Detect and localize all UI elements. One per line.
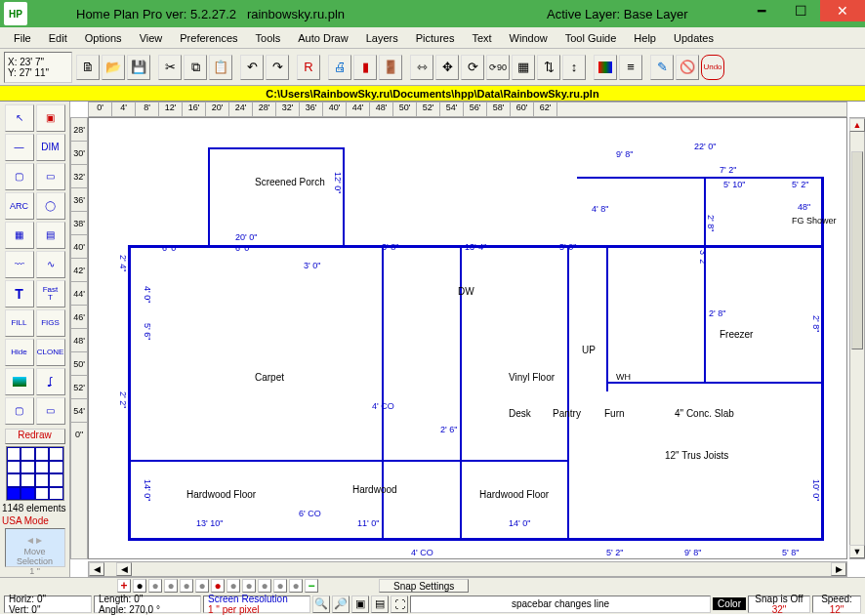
new-file-button[interactable]: 🗎 xyxy=(76,55,100,80)
minimize-button[interactable]: ━ xyxy=(742,0,781,21)
rect-solid-tool[interactable]: ▢ xyxy=(5,163,34,190)
layer-7[interactable]: ● xyxy=(227,579,240,593)
menu-toolguide[interactable]: Tool Guide xyxy=(557,30,625,46)
zoom-fit-button[interactable]: ▣ xyxy=(351,595,369,613)
ruler-horizontal[interactable]: 0'4'8'12'16'20'24'28'32'36'40'44'48'50'5… xyxy=(88,102,847,117)
layer-4[interactable]: ● xyxy=(180,579,193,593)
layer-plus[interactable]: + xyxy=(117,579,131,593)
color-bars-button[interactable] xyxy=(594,55,617,80)
menu-text[interactable]: Text xyxy=(464,30,499,46)
copy-button[interactable]: ⧉ xyxy=(184,55,207,80)
pointer-tool[interactable]: ↖ xyxy=(5,104,34,132)
color-button[interactable]: Color xyxy=(713,597,746,610)
redo-button[interactable]: ↷ xyxy=(266,55,289,80)
curve-tool[interactable]: 〰 xyxy=(5,251,34,278)
floorplan-canvas[interactable]: Screened Porch Carpet Vinyl Floor Desk P… xyxy=(88,117,847,559)
menu-file[interactable]: File xyxy=(6,30,39,46)
layer-10[interactable]: ● xyxy=(273,579,287,593)
cut-button[interactable]: ✂ xyxy=(158,55,182,80)
menu-updates[interactable]: Updates xyxy=(666,30,721,46)
open-file-button[interactable]: 📂 xyxy=(102,55,125,80)
maximize-button[interactable]: ☐ xyxy=(781,0,820,21)
layer-9[interactable]: ● xyxy=(258,579,271,593)
snap-status[interactable]: Snap is Off32" xyxy=(748,595,810,613)
rect4-tool[interactable]: ▭ xyxy=(36,397,65,425)
menu-layers[interactable]: Layers xyxy=(358,30,406,46)
zoom-out-button[interactable]: 🔎 xyxy=(332,595,350,613)
hide-tool[interactable]: Hide xyxy=(5,339,34,366)
layer-2[interactable]: ● xyxy=(148,579,162,593)
menu-edit[interactable]: Edit xyxy=(41,30,75,46)
hatch-pattern-grid[interactable] xyxy=(6,446,64,501)
zoom-window-button[interactable]: ▤ xyxy=(371,595,389,613)
menu-view[interactable]: View xyxy=(132,30,171,46)
ruler-vertical[interactable]: 28'30'32'36'38'40'42'44'46'48'50'52'54' … xyxy=(70,117,88,559)
menu-autodraw[interactable]: Auto Draw xyxy=(290,30,355,46)
arc-tool[interactable]: ARC xyxy=(5,192,34,220)
layers-red-button[interactable]: ▮ xyxy=(353,55,377,80)
rotate-button[interactable]: ⟳ xyxy=(461,55,484,80)
layer-8[interactable]: ● xyxy=(242,579,256,593)
gradient-tool[interactable] xyxy=(5,368,34,395)
zoom-extents-button[interactable]: ⛶ xyxy=(391,595,408,613)
clipboard-r-button[interactable]: R xyxy=(297,55,320,80)
menu-window[interactable]: Window xyxy=(502,30,556,46)
menu-tools[interactable]: Tools xyxy=(248,30,289,46)
paste-button[interactable]: 📋 xyxy=(209,55,232,80)
list-button[interactable]: ≡ xyxy=(619,55,642,80)
close-button[interactable]: ✕ xyxy=(820,0,865,21)
figs-tool[interactable]: FIGS xyxy=(36,309,65,337)
print-button[interactable]: 🖨 xyxy=(328,55,351,80)
scroll-right-button[interactable]: ▶ xyxy=(831,562,846,576)
layer-5[interactable]: ● xyxy=(195,579,209,593)
snap-toggle-button[interactable]: ▦ xyxy=(512,55,535,80)
scrollbar-horizontal[interactable]: ◀ ◀ ▶ xyxy=(88,561,847,577)
layer-minus[interactable]: − xyxy=(305,579,318,593)
grid2-tool[interactable]: ▤ xyxy=(36,222,65,249)
menu-options[interactable]: Options xyxy=(77,30,130,46)
freehand-tool[interactable]: ʆ xyxy=(36,368,65,395)
fast-t-tool[interactable]: FastT xyxy=(36,280,65,308)
circle-tool[interactable]: ◯ xyxy=(36,192,65,220)
scroll-left2-button[interactable]: ◀ xyxy=(116,562,132,576)
rotate-90-button[interactable]: ⟳90 xyxy=(486,55,510,80)
scroll-left-button[interactable]: ◀ xyxy=(89,562,104,576)
move-button[interactable]: ✥ xyxy=(435,55,459,80)
clip-tool[interactable]: ∿ xyxy=(36,251,65,278)
speed-status[interactable]: Speed:12" xyxy=(812,595,861,613)
clone-tool[interactable]: CLONE xyxy=(36,339,65,366)
move-selection-button[interactable]: ◂ ▸ Move Selection 1 " xyxy=(5,528,65,567)
menu-pictures[interactable]: Pictures xyxy=(408,30,463,46)
layer-3[interactable]: ● xyxy=(164,579,178,593)
layer-11[interactable]: ● xyxy=(289,579,303,593)
file-path-banner: C:\Users\RainbowSky.ru\Documents\hpp\Dat… xyxy=(0,86,865,102)
select-rect-tool[interactable]: ▣ xyxy=(36,104,65,132)
snap-settings-button[interactable]: Snap Settings xyxy=(379,579,469,593)
save-file-button[interactable]: 💾 xyxy=(127,55,150,80)
brush-button[interactable]: ✎ xyxy=(650,55,674,80)
rect-outline-tool[interactable]: ▭ xyxy=(36,163,65,190)
menu-help[interactable]: Help xyxy=(626,30,664,46)
layer-bar: + ● ● ● ● ● ● ● ● ● ● ● − Snap Settings xyxy=(0,578,865,594)
zoom-in-button[interactable]: 🔍 xyxy=(312,595,330,613)
scroll-down-button[interactable]: ▼ xyxy=(849,545,865,558)
mirror-v-button[interactable]: ↕ xyxy=(562,55,586,80)
dim-tool[interactable]: DIM xyxy=(36,134,65,161)
no-entry-button[interactable]: 🚫 xyxy=(676,55,699,80)
menu-preferences[interactable]: Preferences xyxy=(172,30,245,46)
layer-1[interactable]: ● xyxy=(133,579,146,593)
fill-tool[interactable]: FILL xyxy=(5,309,34,337)
align-button[interactable]: ⇅ xyxy=(537,55,560,80)
layer-6[interactable]: ● xyxy=(211,579,225,593)
rect3-tool[interactable]: ▢ xyxy=(5,397,34,425)
scroll-up-button[interactable]: ▲ xyxy=(849,118,865,132)
scrollbar-vertical[interactable]: ▲ ▼ xyxy=(849,117,865,559)
undo-badge-button[interactable]: Undo xyxy=(701,55,724,80)
redraw-button[interactable]: Redraw xyxy=(5,429,65,444)
line-tool[interactable]: — xyxy=(5,134,34,161)
grid1-tool[interactable]: ▦ xyxy=(5,222,34,249)
text-tool[interactable]: T xyxy=(5,280,34,308)
mirror-h-button[interactable]: ⇿ xyxy=(410,55,433,80)
door-button[interactable]: 🚪 xyxy=(379,55,402,80)
undo-button[interactable]: ↶ xyxy=(240,55,264,80)
